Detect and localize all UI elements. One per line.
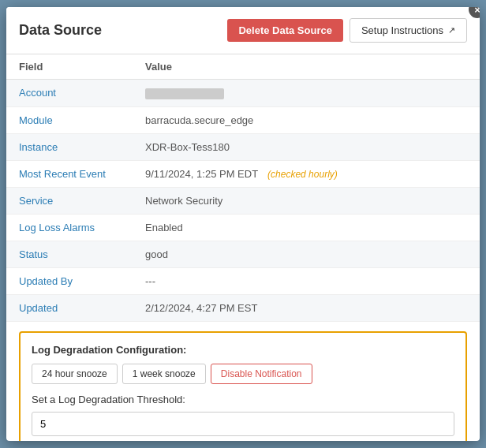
snooze-1week-button[interactable]: 1 week snooze [122, 364, 206, 384]
modal-header: Data Source Delete Data Source Setup Ins… [6, 7, 480, 54]
snooze-buttons: 24 hour snooze 1 week snooze Disable Not… [32, 364, 454, 384]
table-row: Modulebarracuda.secure_edge [6, 106, 480, 133]
modal-title: Data Source [19, 22, 102, 39]
log-degradation-section: Log Degradation Configuration: 24 hour s… [19, 331, 467, 441]
table-cell-field: Module [6, 106, 133, 133]
table-cell-value: Network Security [133, 187, 480, 214]
modal-body: Field Value AccountModulebarracuda.secur… [6, 54, 480, 441]
external-link-icon: ↗ [448, 25, 455, 35]
threshold-label: Set a Log Degradation Threshold: [32, 394, 454, 405]
table-row: Most Recent Event9/11/2024, 1:25 PM EDT(… [6, 160, 480, 187]
modal: × Data Source Delete Data Source Setup I… [6, 7, 480, 441]
log-degradation-title: Log Degradation Configuration: [32, 344, 454, 356]
col-value-header: Value [133, 54, 480, 80]
table-cell-field: Status [6, 241, 133, 267]
checked-hourly-note: (checked hourly) [267, 169, 338, 180]
table-cell-value: 9/11/2024, 1:25 PM EDT(checked hourly) [133, 160, 480, 187]
table-cell-value: good [133, 241, 480, 267]
setup-instructions-button[interactable]: Setup Instructions ↗ [350, 18, 467, 43]
table-cell-value: XDR-Box-Tess180 [133, 133, 480, 160]
modal-overlay: × Data Source Delete Data Source Setup I… [0, 0, 486, 448]
account-value-blur [145, 88, 224, 99]
header-buttons: Delete Data Source Setup Instructions ↗ [227, 18, 467, 43]
table-cell-field: Log Loss Alarms [6, 214, 133, 241]
info-table: Field Value AccountModulebarracuda.secur… [6, 54, 480, 322]
table-cell-field: Account [6, 80, 133, 107]
table-cell-field: Instance [6, 133, 133, 160]
table-row: Updated2/12/2024, 4:27 PM EST [6, 294, 480, 321]
table-row: ServiceNetwork Security [6, 187, 480, 214]
table-row: Updated By--- [6, 267, 480, 294]
disable-notification-button[interactable]: Disable Notification [211, 364, 312, 384]
table-row: InstanceXDR-Box-Tess180 [6, 133, 480, 160]
table-cell-value: barracuda.secure_edge [133, 106, 480, 133]
table-cell-field: Updated [6, 294, 133, 321]
table-row: Account [6, 80, 480, 107]
table-cell-value [133, 80, 480, 107]
snooze-24h-button[interactable]: 24 hour snooze [32, 364, 118, 384]
table-cell-field: Service [6, 187, 133, 214]
table-row: Log Loss AlarmsEnabled [6, 214, 480, 241]
table-cell-field: Most Recent Event [6, 160, 133, 187]
table-cell-value: 2/12/2024, 4:27 PM EST [133, 294, 480, 321]
table-cell-value: Enabled [133, 214, 480, 241]
table-cell-field: Updated By [6, 267, 133, 294]
delete-data-source-button[interactable]: Delete Data Source [227, 19, 343, 42]
table-cell-value: --- [133, 267, 480, 294]
col-field-header: Field [6, 54, 133, 80]
threshold-input[interactable] [32, 412, 454, 436]
setup-instructions-label: Setup Instructions [361, 24, 443, 36]
table-row: Statusgood [6, 241, 480, 267]
